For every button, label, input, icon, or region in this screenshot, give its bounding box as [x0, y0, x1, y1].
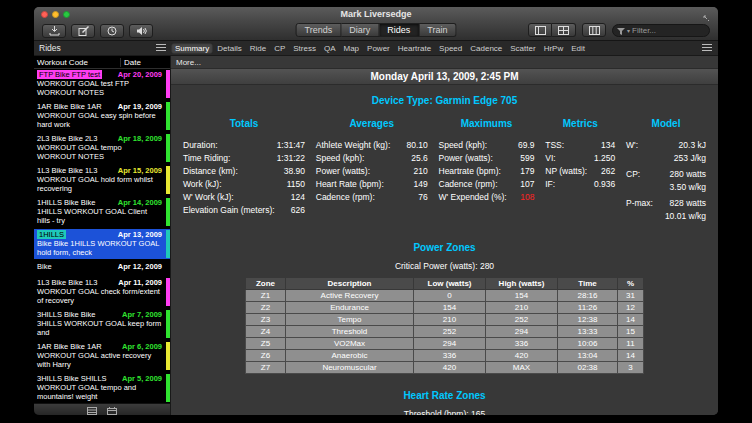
tab-cadence[interactable]: Cadence: [466, 43, 506, 54]
metric-label: W' Expended (%):: [439, 191, 507, 204]
sidebar-menu-icon[interactable]: [156, 44, 166, 53]
sync-button[interactable]: [100, 24, 124, 38]
ride-list-item[interactable]: Apr 6, 20091AR Bike Bike 1AR WORKOUT GOA…: [34, 341, 170, 371]
metric-value: 25.6: [411, 152, 428, 165]
tab-edit[interactable]: Edit: [567, 43, 589, 54]
metric-value: 76: [418, 191, 427, 204]
metric: CP:280 watts: [626, 168, 706, 181]
metric: Elevation Gain (meters):626: [183, 204, 305, 217]
view-tab-trends[interactable]: Trends: [296, 23, 342, 37]
tab-cp[interactable]: CP: [270, 43, 289, 54]
zone-cell: 336: [414, 350, 486, 362]
zone-cell: Z4: [246, 326, 286, 338]
metric-label: Duration:: [183, 139, 218, 152]
sidebar-toggle-button[interactable]: [528, 23, 552, 37]
metric: Heart Rate (bpm):149: [316, 178, 428, 191]
zone-cell: 15: [618, 326, 644, 338]
zoom-window-button[interactable]: [63, 11, 70, 18]
grid-icon: [589, 21, 600, 39]
column-header-workout-code[interactable]: Workout Code: [34, 58, 120, 67]
tab-map[interactable]: Map: [340, 43, 364, 54]
metric: IF:0.936: [545, 178, 615, 191]
tab-ride[interactable]: Ride: [246, 43, 270, 54]
ride-list-item[interactable]: Apr 20, 2009FTP Bike FTP testWORKOUT GOA…: [34, 69, 170, 99]
ride-color-stripe: [166, 134, 170, 162]
metric-label: Speed (kph):: [439, 139, 488, 152]
zone-cell: Neuromuscular: [286, 362, 414, 374]
sidebar-scope-header: Rides: [34, 43, 171, 53]
metric-value: 626: [291, 204, 305, 217]
analysis-tabbar: Rides SummaryDetailsRideCPStressQAMapPow…: [34, 41, 718, 56]
zone-cell: 252: [414, 326, 486, 338]
ride-date: Apr 11, 2009: [118, 278, 162, 287]
metric-value: 1:31:47: [277, 139, 305, 152]
ride-list-item[interactable]: Apr 13, 20091HILLSBike Bike 1HILLS WORKO…: [34, 229, 170, 259]
close-window-button[interactable]: [41, 11, 48, 18]
zone-cell: Z3: [246, 314, 286, 326]
traffic-lights: [34, 11, 70, 18]
ride-date: Apr 12, 2009: [118, 262, 162, 271]
metric-label: Cadence (rpm):: [316, 191, 375, 204]
audio-button[interactable]: [129, 24, 153, 38]
view-tab-diary[interactable]: Diary: [341, 23, 379, 37]
ride-date: Apr 7, 2009: [122, 310, 162, 319]
tab-scatter[interactable]: Scatter: [506, 43, 539, 54]
ride-list-item[interactable]: Apr 19, 20091AR Bike Bike 1AR WORKOUT GO…: [34, 101, 170, 131]
zone-cell: Anaerobic: [286, 350, 414, 362]
metric-value: 124: [291, 191, 305, 204]
view-tab-train[interactable]: Train: [419, 23, 456, 37]
metric-value: 280 watts: [670, 168, 706, 181]
metric-label: Power (watts):: [316, 165, 370, 178]
zone-cell: Active Recovery: [286, 290, 414, 302]
ride-list-item[interactable]: Apr 11, 20091L3 Bike Bike 1L3 WORKOUT GO…: [34, 277, 170, 307]
tab-details[interactable]: Details: [213, 43, 245, 54]
import-ride-button[interactable]: [42, 24, 66, 38]
metrics-section-maximums: MaximumsSpeed (kph):69.9Power (watts):59…: [439, 118, 535, 226]
metric-label: TSS:: [545, 139, 564, 152]
ride-list-item[interactable]: Apr 7, 20093HILLS Bike Bike 3HILLS WORKO…: [34, 309, 170, 339]
ride-color-banner: FTP Bike FTP test: [37, 70, 102, 79]
tab-qa[interactable]: QA: [320, 43, 340, 54]
tab-power[interactable]: Power: [363, 43, 394, 54]
tab-heartrate[interactable]: Heartrate: [394, 43, 435, 54]
view-switcher: TrendsDiaryRidesTrain: [296, 23, 457, 37]
ride-list-item[interactable]: Apr 14, 20091HILLS Bike Bike 1HILLS WORK…: [34, 197, 170, 227]
zone-cell: 14: [618, 314, 644, 326]
zone-cell: 252: [486, 314, 558, 326]
ride-list-item[interactable]: Apr 12, 2009Bike: [34, 261, 170, 275]
metric-label: Elevation Gain (meters):: [183, 204, 275, 217]
chart-menu-icon[interactable]: [696, 44, 718, 53]
more-link[interactable]: More...: [171, 56, 718, 68]
filter-field[interactable]: ▾: [612, 24, 710, 37]
zone-cell: 210: [486, 302, 558, 314]
hr-zones-title: Heart Rate Zones: [171, 390, 718, 401]
tiled-view-button[interactable]: [582, 23, 606, 37]
manual-entry-button[interactable]: [71, 24, 95, 38]
zone-row: Z3Tempo21025212:3814: [246, 314, 644, 326]
ride-list-item[interactable]: Apr 5, 20093HILLS Bike SHILLS WORKOUT GO…: [34, 373, 170, 403]
ride-list-item[interactable]: Apr 15, 20091L3 Bike Bike 1L3 WORKOUT GO…: [34, 165, 170, 195]
ride-color-stripe: [166, 198, 170, 226]
view-tab-rides[interactable]: Rides: [379, 23, 419, 37]
zone-cell: Z5: [246, 338, 286, 350]
tab-speed[interactable]: Speed: [435, 43, 466, 54]
zone-row: Z6Anaerobic33642013:0414: [246, 350, 644, 362]
tab-hrpw[interactable]: HrPw: [540, 43, 568, 54]
metric-label: CP:: [626, 168, 640, 181]
lowbar-toggle-button[interactable]: [552, 23, 576, 37]
filter-input[interactable]: [632, 26, 705, 35]
ride-list-item[interactable]: Apr 18, 20092L3 Bike Bike 2L3 WORKOUT GO…: [34, 133, 170, 163]
metric: TSS:134: [545, 139, 615, 152]
titlebar: Mark Liversedge: [34, 7, 718, 21]
tab-summary[interactable]: Summary: [171, 43, 213, 54]
zone-cell: MAX: [486, 362, 558, 374]
zone-cell: 294: [486, 326, 558, 338]
tab-stress[interactable]: Stress: [289, 43, 320, 54]
metric: Heartrate (bpm):179: [439, 165, 535, 178]
metric-label: Heart Rate (bpm):: [316, 178, 384, 191]
toolbar-left-group: [42, 24, 153, 38]
metric-label: Athlete Weight (kg):: [316, 139, 391, 152]
column-header-date[interactable]: Date: [120, 58, 170, 67]
minimize-window-button[interactable]: [52, 11, 59, 18]
metric-value: 1:31:22: [277, 152, 305, 165]
